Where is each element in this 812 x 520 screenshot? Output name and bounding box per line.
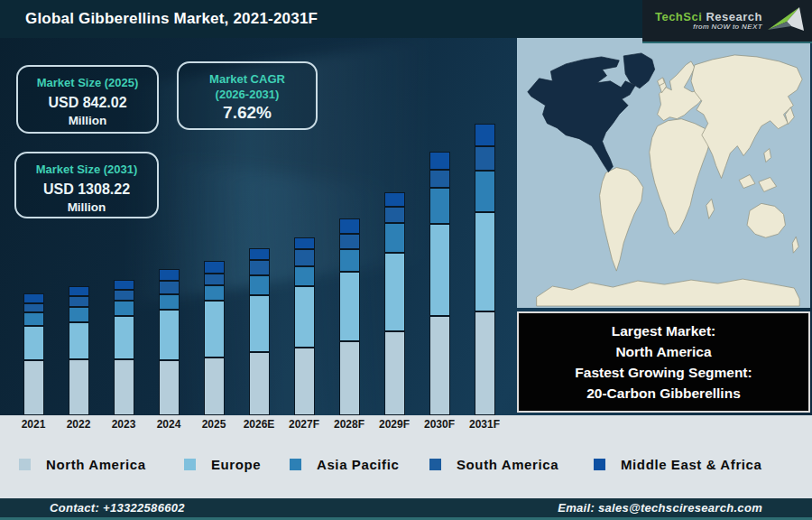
bar-2028F	[339, 218, 360, 415]
bar-segment-europe-2023	[114, 316, 134, 359]
bar-segment-middle-east-africa-2028F	[339, 218, 360, 234]
bottom-band: 202120222023202420252026E2027F2028F2029F…	[0, 415, 812, 498]
bar-segment-europe-2026E	[249, 295, 270, 352]
stat-label: Market Size (2031)	[16, 162, 157, 177]
bar-segment-middle-east-africa-2031F	[475, 124, 495, 146]
stat-label: (2026-2031)	[179, 87, 316, 102]
bar-segment-middle-east-africa-2023	[114, 280, 134, 290]
x-axis-label-2022: 2022	[67, 418, 91, 431]
bar-segment-asia-pacific-2021	[23, 312, 44, 326]
chart-panel: Market Size (2025) USD 842.02 Million Ma…	[0, 38, 812, 415]
continent-south-america	[600, 168, 643, 272]
bar-segment-north-america-2029F	[384, 331, 405, 415]
footer-bar: Contact: +13322586602 Email: sales@techs…	[0, 498, 812, 520]
bar-segment-middle-east-africa-2027F	[294, 237, 315, 249]
bar-2022	[69, 286, 89, 415]
islands-new-zealand	[792, 237, 798, 253]
stat-value: USD 1308.22	[16, 181, 157, 199]
continent-north-america-highlighted	[528, 57, 635, 172]
x-axis-label-2027F: 2027F	[289, 418, 319, 431]
world-map	[517, 38, 810, 308]
x-axis-label-2031F: 2031F	[469, 418, 500, 431]
bar-2021	[23, 293, 44, 415]
bar-segment-north-america-2026E	[249, 352, 270, 415]
stat-value: USD 842.02	[18, 94, 157, 112]
bar-segment-asia-pacific-2030F	[429, 188, 450, 224]
legend-item-asia-pacific: Asia Pacific	[290, 457, 399, 472]
legend-swatch	[429, 459, 441, 470]
bar-segment-south-america-2029F	[384, 207, 405, 223]
stat-unit: Million	[18, 114, 157, 127]
bar-segment-europe-2022	[69, 322, 89, 359]
stat-value: 7.62%	[179, 104, 316, 122]
bar-2024	[159, 269, 180, 415]
x-axis-label-2029F: 2029F	[379, 418, 410, 431]
bar-segment-north-america-2030F	[429, 316, 450, 415]
bar-segment-europe-2030F	[429, 224, 450, 316]
bar-2031F	[475, 124, 495, 415]
bar-segment-middle-east-africa-2030F	[429, 152, 450, 170]
bar-segment-europe-2027F	[294, 286, 315, 348]
techsci-logo-text: TechSci Research from NOW to NEXT	[655, 11, 762, 31]
continent-antarctica	[537, 279, 800, 306]
x-axis-label-2026E: 2026E	[244, 418, 275, 431]
highlight-box: Largest Market: North America Fastest Gr…	[517, 311, 810, 413]
stat-box-market-size-2031: Market Size (2031) USD 1308.22 Million	[14, 152, 159, 218]
bar-segment-south-america-2030F	[429, 170, 450, 188]
stat-box-market-size-2025: Market Size (2025) USD 842.02 Million	[16, 65, 159, 134]
island-madagascar	[706, 199, 715, 218]
legend-item-europe: Europe	[184, 457, 261, 472]
legend-label: Middle East & Africa	[621, 457, 761, 472]
logo-arrow-icon	[767, 6, 805, 35]
bar-segment-north-america-2024	[159, 360, 180, 415]
bar-segment-asia-pacific-2031F	[475, 171, 495, 212]
bar-segment-south-america-2031F	[475, 146, 495, 171]
bar-segment-asia-pacific-2023	[114, 301, 134, 316]
bar-segment-asia-pacific-2028F	[339, 249, 360, 272]
continent-australia	[747, 203, 785, 237]
fastest-segment-value: 20-Carbon Gibberellins	[519, 383, 808, 404]
bar-segment-north-america-2027F	[294, 348, 315, 415]
largest-market-label: Largest Market:	[519, 320, 808, 341]
stat-box-market-cagr: Market CAGR (2026-2031) 7.62%	[177, 61, 318, 130]
stat-label: Market CAGR	[179, 71, 316, 87]
stat-label: Market Size (2025)	[18, 75, 157, 90]
bar-segment-asia-pacific-2027F	[294, 266, 315, 286]
continent-asia	[691, 55, 802, 179]
bar-segment-middle-east-africa-2026E	[249, 248, 270, 260]
largest-market-value: North America	[519, 341, 808, 362]
bar-segment-europe-2025	[204, 301, 225, 358]
bar-segment-europe-2021	[23, 326, 44, 360]
bar-segment-europe-2028F	[339, 272, 360, 341]
bar-segment-middle-east-africa-2025	[204, 261, 225, 274]
bar-segment-middle-east-africa-2022	[69, 286, 89, 296]
x-axis-label-2028F: 2028F	[334, 418, 364, 431]
legend-item-north-america: North America	[19, 457, 146, 472]
legend-swatch	[19, 459, 31, 470]
fastest-segment-label: Fastest Growing Segment:	[519, 362, 808, 383]
bar-segment-europe-2029F	[384, 253, 405, 331]
world-map-svg	[517, 38, 810, 308]
bar-segment-europe-2031F	[475, 212, 495, 311]
bar-segment-middle-east-africa-2029F	[384, 192, 405, 207]
bar-segment-south-america-2023	[114, 290, 134, 301]
bar-2025	[204, 261, 225, 415]
bar-segment-south-america-2021	[23, 303, 44, 312]
x-axis-label-2023: 2023	[112, 418, 136, 431]
bar-2030F	[429, 152, 450, 415]
bar-segment-europe-2024	[159, 310, 180, 360]
stat-unit: Million	[16, 200, 157, 214]
bar-segment-south-america-2027F	[294, 249, 315, 266]
bar-segment-asia-pacific-2025	[204, 285, 225, 301]
bar-segment-south-america-2025	[204, 274, 225, 285]
bar-2029F	[384, 192, 405, 415]
x-axis-label-2030F: 2030F	[424, 418, 455, 431]
logo-brand-primary: TechSci	[655, 10, 702, 23]
continent-africa	[650, 119, 711, 235]
legend-label: Asia Pacific	[317, 457, 399, 472]
x-axis-label-2025: 2025	[202, 418, 226, 431]
bar-segment-asia-pacific-2022	[69, 307, 89, 322]
bar-segment-north-america-2023	[114, 359, 134, 415]
bar-segment-asia-pacific-2029F	[384, 223, 405, 253]
footer-email: Email: sales@techsciresearch.com	[558, 501, 762, 515]
